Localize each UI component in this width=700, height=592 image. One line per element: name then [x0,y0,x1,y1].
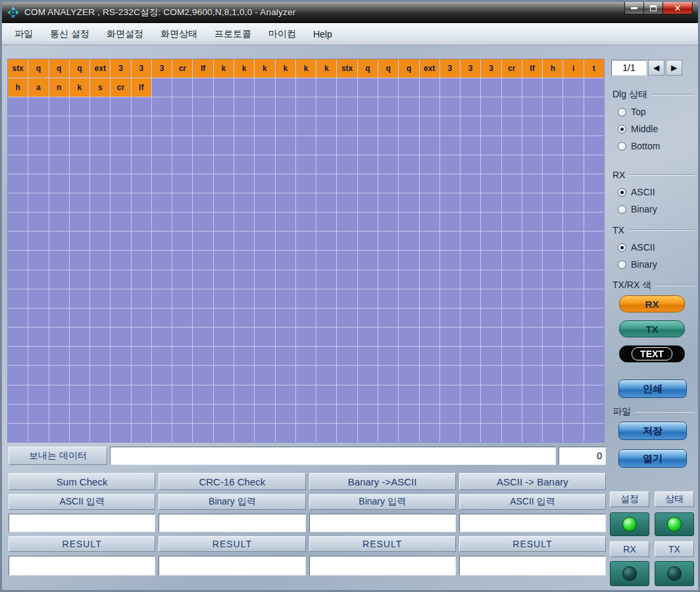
grid-cell[interactable] [276,136,295,155]
grid-cell[interactable] [481,328,501,346]
grid-cell[interactable] [8,116,28,135]
grid-cell[interactable] [563,328,583,346]
grid-cell[interactable] [378,97,398,116]
grid-cell[interactable] [420,251,439,269]
grid-cell[interactable] [522,347,542,365]
grid-cell[interactable] [543,270,562,289]
grid-cell[interactable] [70,251,89,269]
grid-cell[interactable] [440,136,460,155]
next-page-button[interactable]: ▶ [666,60,682,76]
grid-cell[interactable] [502,366,522,384]
grid-cell[interactable] [111,193,130,212]
grid-cell[interactable] [28,308,48,327]
grid-cell[interactable] [255,193,274,212]
grid-cell[interactable] [502,136,522,155]
grid-cell[interactable] [234,308,254,327]
grid-cell[interactable]: lf [193,59,213,78]
grid-cell[interactable]: n [49,78,69,97]
grid-cell[interactable] [378,385,398,404]
grid-cell[interactable] [276,289,295,308]
grid-cell[interactable] [193,97,213,116]
grid-cell[interactable] [399,174,418,193]
grid-cell[interactable] [234,155,254,174]
grid-cell[interactable] [152,385,172,404]
grid-cell[interactable] [90,366,110,384]
grid-cell[interactable] [172,308,192,327]
grid-cell[interactable] [255,97,274,116]
grid-cell[interactable] [132,193,151,212]
grid-cell[interactable] [358,405,378,423]
grid-cell[interactable] [563,270,583,289]
grid-cell[interactable] [172,328,192,346]
save-button[interactable]: 저장 [618,422,687,440]
grid-cell[interactable] [214,212,234,231]
grid-cell[interactable] [193,366,213,384]
grid-cell[interactable] [90,251,110,269]
grid-cell[interactable] [563,405,583,423]
grid-cell[interactable] [481,308,501,327]
grid-cell[interactable] [378,308,398,327]
grid-cell[interactable] [296,116,316,135]
grid-cell[interactable] [440,155,460,174]
grid-cell[interactable] [193,116,213,135]
grid-cell[interactable] [70,212,89,231]
grid-cell[interactable] [90,289,110,308]
grid-cell[interactable] [214,174,234,193]
grid-cell[interactable] [152,212,172,231]
grid-cell[interactable] [584,424,604,442]
grid-cell[interactable] [172,116,192,135]
grid-cell[interactable] [399,116,418,135]
titlebar[interactable]: COM ANALYZER , RS-232C설정: COM2,9600,N,8,… [2,2,698,23]
grid-cell[interactable] [563,136,583,155]
grid-cell[interactable] [420,424,439,442]
radio-option-binary[interactable]: Binary [609,256,697,273]
grid-cell[interactable] [358,270,378,289]
grid-cell[interactable]: k [70,78,89,97]
grid-cell[interactable] [440,328,460,346]
grid-cell[interactable] [563,347,583,365]
data-grid[interactable]: stxqqqext333crlfkkkkkkstxqqqext333crlfhi… [7,59,605,443]
grid-cell[interactable] [111,97,130,116]
grid-cell[interactable] [172,155,192,174]
grid-cell[interactable] [172,193,192,212]
grid-cell[interactable] [563,174,583,193]
grid-cell[interactable]: h [543,59,562,78]
grid-cell[interactable] [28,251,48,269]
grid-cell[interactable] [28,116,48,135]
grid-cell[interactable] [337,97,357,116]
grid-cell[interactable] [420,116,439,135]
grid-cell[interactable] [276,405,295,423]
grid-cell[interactable] [420,366,439,384]
grid-cell[interactable] [70,328,89,346]
grid-cell[interactable] [481,366,501,384]
grid-cell[interactable] [337,347,357,365]
grid-cell[interactable] [358,116,378,135]
grid-cell[interactable] [461,97,480,116]
grid-cell[interactable] [152,347,172,365]
grid-cell[interactable] [49,97,69,116]
grid-cell[interactable] [481,270,501,289]
grid-cell[interactable] [316,155,336,174]
grid-cell[interactable] [70,385,89,404]
grid-cell[interactable] [276,232,295,250]
send-data-input[interactable] [110,447,556,465]
grid-cell[interactable] [8,174,28,193]
grid-cell[interactable] [276,328,295,346]
grid-cell[interactable] [90,212,110,231]
grid-cell[interactable] [358,78,378,97]
grid-cell[interactable] [481,193,501,212]
grid-cell[interactable] [399,136,418,155]
grid-cell[interactable]: lf [132,78,151,97]
grid-cell[interactable] [461,155,480,174]
grid-cell[interactable] [8,136,28,155]
grid-cell[interactable] [193,328,213,346]
grid-cell[interactable] [481,174,501,193]
grid-cell[interactable]: cr [111,78,130,97]
grid-cell[interactable] [378,174,398,193]
grid-cell[interactable] [90,328,110,346]
grid-cell[interactable] [584,232,604,250]
grid-cell[interactable] [522,193,542,212]
grid-cell[interactable] [214,232,234,250]
grid-cell[interactable] [214,116,234,135]
grid-cell[interactable] [543,174,562,193]
